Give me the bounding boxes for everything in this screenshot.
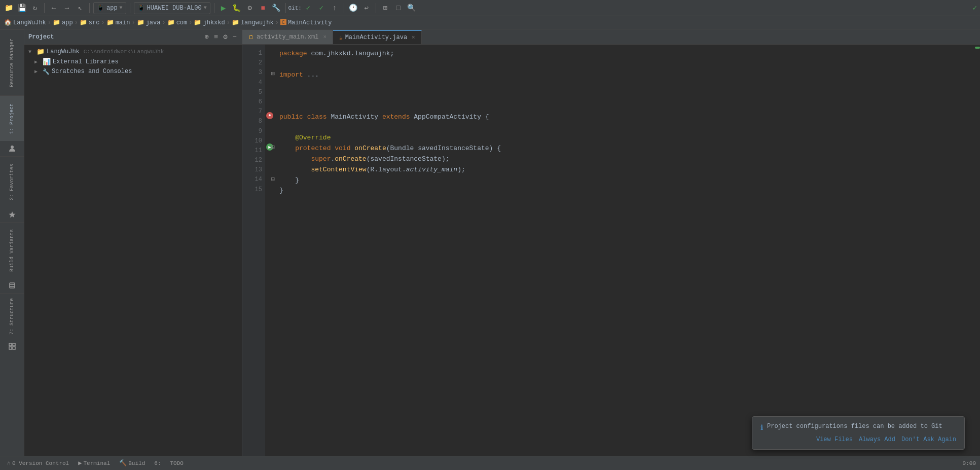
always-add-link[interactable]: Always Add bbox=[859, 436, 895, 443]
tab-java-close[interactable]: × bbox=[412, 34, 415, 41]
tree-scratches-label: Scratches and Consoles bbox=[52, 68, 132, 75]
tab-java-label: MainActivity.java bbox=[345, 34, 407, 41]
structure-tab[interactable]: 7: Structure bbox=[0, 293, 24, 339]
fold-icon-10[interactable]: ⊟ bbox=[271, 143, 275, 151]
profile-icon[interactable]: ⚙ bbox=[244, 3, 256, 14]
window-icon[interactable]: □ bbox=[393, 3, 404, 14]
svg-rect-7 bbox=[9, 347, 12, 349]
code-editor: 1 2 3 4 5 6 7 8 9 10 11 12 13 14 15 ● bbox=[242, 45, 980, 456]
breadcrumb: 🏠 LangWuJhk › 📁 app › 📁 src › 📁 main › 📁… bbox=[0, 16, 980, 29]
clock-icon[interactable]: 🕐 bbox=[348, 3, 359, 14]
search-icon[interactable]: 🔍 bbox=[406, 3, 417, 14]
expand-icon-3[interactable]: ⊞ bbox=[271, 70, 275, 78]
terminal-tab[interactable]: ▶ Terminal bbox=[75, 458, 113, 468]
view-files-link[interactable]: View Files bbox=[816, 436, 853, 443]
tab-bar: 🗒 activity_main.xml × ☕ MainActivity.jav… bbox=[242, 29, 980, 45]
save-icon[interactable]: 💾 bbox=[16, 3, 27, 14]
build-tab[interactable]: 🔨 Build bbox=[116, 458, 148, 468]
bc-project-label: LangWuJhk bbox=[13, 19, 46, 26]
bc-src[interactable]: 📁 src bbox=[80, 19, 100, 26]
code-line-6 bbox=[277, 101, 973, 112]
build-variants-tab[interactable]: Build Variants bbox=[0, 222, 24, 278]
bc-jhkxkd[interactable]: 📁 jhkxkd bbox=[194, 19, 225, 26]
project-tab[interactable]: 1: Project bbox=[0, 95, 24, 141]
locate-icon[interactable]: ⊕ bbox=[203, 31, 209, 42]
dont-ask-link[interactable]: Don't Ask Again bbox=[901, 436, 956, 443]
git-check2-icon[interactable]: ✓ bbox=[316, 3, 327, 14]
main-area: Resource Manager 1: Project 2: Favorites… bbox=[0, 29, 980, 456]
tree-item-root[interactable]: ▼ 📁 LangWuJhk C:\AndroidWork\LangWuJhk bbox=[24, 47, 242, 57]
tree-item-scratches[interactable]: ▶ 🔧 Scratches and Consoles bbox=[24, 67, 242, 76]
sync-icon[interactable]: ↻ bbox=[29, 3, 41, 14]
tree-item-ext-libs[interactable]: ▶ 📊 External Libraries bbox=[24, 57, 242, 67]
bc-java[interactable]: 📁 java bbox=[137, 19, 161, 26]
forward-icon[interactable]: → bbox=[61, 3, 72, 14]
bc-jhkxkd-icon: 📁 bbox=[194, 19, 201, 26]
fold-icon-13[interactable]: ⊟ bbox=[271, 175, 275, 183]
star-icon[interactable] bbox=[7, 209, 18, 220]
bc-app-icon: 📁 bbox=[53, 19, 60, 26]
person-icon[interactable] bbox=[7, 143, 18, 154]
favorites-tab[interactable]: 2: Favorites bbox=[0, 156, 24, 207]
terminal-label: Terminal bbox=[83, 460, 110, 466]
undo-icon[interactable]: ↩ bbox=[361, 3, 372, 14]
stop-icon[interactable]: ■ bbox=[258, 3, 269, 14]
open-folder-icon[interactable]: 📁 bbox=[3, 3, 14, 14]
svg-rect-8 bbox=[13, 347, 15, 349]
layers-icon[interactable] bbox=[7, 280, 18, 291]
notification-actions: View Files Always Add Don't Ask Again bbox=[760, 436, 956, 443]
bc-src-label: src bbox=[89, 19, 100, 26]
version-control-tab[interactable]: ⑃ 0 Version Control bbox=[4, 459, 72, 468]
resource-manager-tab[interactable]: Resource Manager bbox=[0, 29, 24, 95]
bc-project[interactable]: 🏠 LangWuJhk bbox=[4, 19, 46, 26]
git-check1-icon[interactable]: ✓ bbox=[303, 3, 314, 14]
code-line-2 bbox=[277, 59, 973, 70]
project-tree: ▼ 📁 LangWuJhk C:\AndroidWork\LangWuJhk ▶… bbox=[24, 45, 242, 456]
bc-sep-3: › bbox=[101, 19, 104, 26]
bc-com-label: com bbox=[176, 19, 188, 26]
todo-tab[interactable]: TODO bbox=[167, 459, 186, 467]
bc-langwujhk[interactable]: 📁 langwujhk bbox=[232, 19, 274, 26]
tab-mainactivity[interactable]: ☕ MainActivity.java × bbox=[333, 30, 422, 44]
tools-icon[interactable]: 🔧 bbox=[271, 3, 282, 14]
device-dropdown[interactable]: 📱 HUAWEI DUB-AL00 ▼ bbox=[134, 2, 210, 14]
project-folder-icon: 📁 bbox=[37, 48, 45, 56]
bc-app[interactable]: 📁 app bbox=[53, 19, 73, 26]
bc-mainactivity[interactable]: 🅲 MainActivity bbox=[280, 19, 332, 26]
bc-main[interactable]: 📁 main bbox=[106, 19, 130, 26]
project-panel-header: Project ⊕ ≡ ⚙ − bbox=[24, 29, 242, 45]
git-push-icon[interactable]: ↑ bbox=[329, 3, 340, 14]
bc-sep-5: › bbox=[162, 19, 165, 26]
bc-project-icon: 🏠 bbox=[4, 19, 12, 26]
back-icon[interactable]: ← bbox=[48, 3, 59, 14]
device-icon: 📱 bbox=[137, 4, 145, 12]
git-status-icon: ✓ bbox=[973, 4, 977, 12]
gear-icon[interactable]: ⚙ bbox=[222, 31, 228, 42]
tab-activity-main[interactable]: 🗒 activity_main.xml × bbox=[242, 30, 333, 44]
run-icon[interactable]: ▶ bbox=[218, 3, 229, 14]
code-content[interactable]: package com.jhkxkd.langwujhk; import ...… bbox=[275, 45, 973, 456]
app-dropdown[interactable]: 📱 app ▼ bbox=[93, 2, 126, 14]
tab-6[interactable]: 6: bbox=[151, 459, 164, 467]
bc-sep-2: › bbox=[75, 19, 78, 26]
close-panel-icon[interactable]: − bbox=[232, 32, 238, 42]
grid-icon[interactable] bbox=[7, 341, 18, 352]
library-icon: 📊 bbox=[43, 58, 51, 66]
bc-com[interactable]: 📁 com bbox=[167, 19, 188, 26]
git-icon[interactable]: Git: bbox=[289, 3, 301, 14]
bc-sep-8: › bbox=[275, 19, 279, 26]
bc-class-label: MainActivity bbox=[288, 19, 332, 26]
code-line-15 bbox=[277, 196, 973, 207]
layout-icon[interactable]: ⊞ bbox=[380, 3, 391, 14]
notification-popup: ℹ Project configurations files can be ad… bbox=[752, 416, 965, 450]
vc-label: 0 Version Control bbox=[12, 460, 69, 466]
debug-icon[interactable]: 🐛 bbox=[231, 3, 242, 14]
settings-icon[interactable]: ≡ bbox=[213, 32, 219, 42]
tab-xml-close[interactable]: × bbox=[323, 34, 326, 40]
breakpoint-icon[interactable]: ● bbox=[266, 112, 273, 119]
cursor-icon[interactable]: ↖ bbox=[75, 3, 86, 14]
xml-file-icon: 🗒 bbox=[248, 34, 254, 41]
bc-main-icon: 📁 bbox=[106, 19, 114, 26]
java-file-icon: ☕ bbox=[339, 34, 343, 41]
svg-rect-5 bbox=[9, 343, 12, 346]
